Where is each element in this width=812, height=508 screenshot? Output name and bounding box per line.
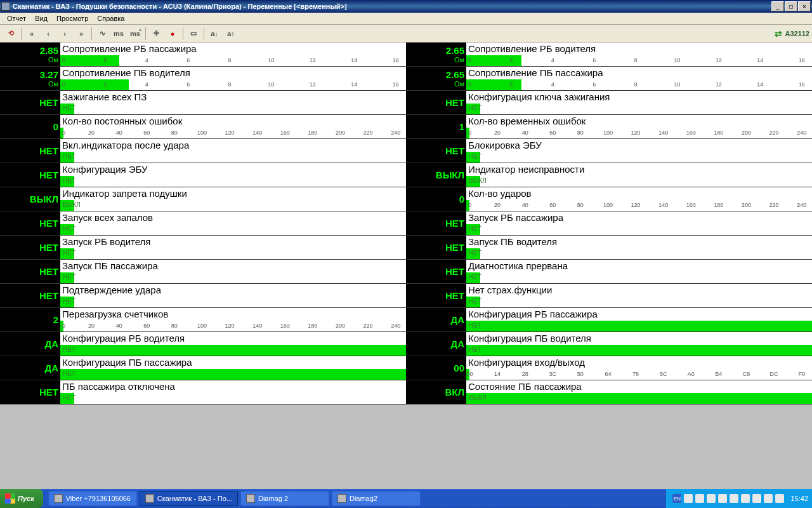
state-text: НЕТ <box>63 225 75 232</box>
variable-chart: НЕТ <box>60 272 406 284</box>
variable-unit: Ом <box>48 81 58 88</box>
menu-browse[interactable]: Просмотр <box>52 13 93 23</box>
column-left: 2.85ОмСопротивление РБ пассажира02468101… <box>0 43 406 404</box>
variable-row[interactable]: НЕТЗапуск РБ пассажираНЕТ <box>406 211 812 236</box>
variable-row[interactable]: 0Кол-во ударов02040608010012014016018020… <box>406 187 812 211</box>
variable-label: Нет страх.функции <box>466 284 812 297</box>
start-button[interactable]: Пуск <box>0 489 43 508</box>
tray-icon[interactable] <box>752 494 761 503</box>
menu-view[interactable]: Вид <box>30 13 52 23</box>
state-text: НЕТ <box>469 153 481 160</box>
variable-row[interactable]: НЕТЗапуск РБ водителяНЕТ <box>0 236 406 260</box>
maximize-button[interactable]: □ <box>785 1 797 11</box>
variable-label: Перезагрузка счетчиков <box>60 308 406 321</box>
variable-chart: НЕТ <box>466 248 812 260</box>
state-text: НЕТ <box>63 274 75 281</box>
variable-row[interactable]: НЕТЗапуск ПБ пассажираНЕТ <box>0 260 406 284</box>
variable-label: Индикатор неисправности <box>466 163 812 176</box>
variable-chart: НЕТ <box>60 104 406 115</box>
variable-chart: НЕТ <box>466 272 812 284</box>
variable-row[interactable]: ДАКонфигурация ПБ водителяНЕТ <box>406 332 812 356</box>
variable-row[interactable]: ДАКонфигурация РБ водителяНЕТ <box>0 332 406 356</box>
toolbar-back-button[interactable]: ⟲ <box>3 27 18 41</box>
toolbar-prev-button[interactable]: ‹ <box>41 27 56 41</box>
taskbar-item-icon <box>145 494 154 503</box>
taskbar-item[interactable]: Сканматик - ВАЗ - По... <box>140 491 238 506</box>
toolbar-sort-down-button[interactable]: a↓ <box>207 27 222 41</box>
variable-row[interactable]: НЕТЗапуск всех запаловНЕТ <box>0 211 406 236</box>
taskbar-item[interactable]: Diamag2 <box>332 491 421 506</box>
variable-label: Блокировка ЭБУ <box>466 139 812 152</box>
tray-icon[interactable] <box>718 494 727 503</box>
variable-chart: 0246810121416 <box>60 55 406 67</box>
variable-chart: НЕТ <box>466 224 812 236</box>
taskbar-item-icon <box>246 494 255 503</box>
variable-row[interactable]: 1Кол-во временных ошибок0204060801001201… <box>406 115 812 139</box>
variable-unit: Ом <box>48 57 58 64</box>
variable-label: Сопротивление ПБ пассажира <box>466 67 812 79</box>
variable-row[interactable]: 2Перезагрузка счетчиков02040608010012014… <box>0 308 406 332</box>
close-button[interactable]: × <box>798 1 811 11</box>
clock[interactable]: 15:42 <box>790 495 808 502</box>
menu-bar: Отчет Вид Просмотр Справка <box>0 13 812 25</box>
variable-row[interactable]: 0Кол-во постоянных ошибок020406080100120… <box>0 115 406 139</box>
toolbar-window-button[interactable]: ▭ <box>186 27 201 41</box>
toolbar-record-button[interactable]: ● <box>165 27 180 41</box>
tray-icon[interactable] <box>707 494 716 503</box>
variable-row[interactable]: НЕТВкл.индикатора после удараНЕТ <box>0 139 406 163</box>
variable-row[interactable]: НЕТЗапуск ПБ водителяНЕТ <box>406 236 812 260</box>
state-text: НЕТ <box>63 298 75 305</box>
toolbar-add-button[interactable]: ✚ <box>148 27 164 41</box>
variable-row[interactable]: НЕТБлокировка ЭБУНЕТ <box>406 139 812 163</box>
variable-label: ПБ пассажира отключена <box>60 380 406 393</box>
variable-row[interactable]: 3.27ОмСопротивление ПБ водителя024681012… <box>0 67 406 91</box>
variable-value: 1 <box>459 122 464 131</box>
column-right: 2.65ОмСопротивление РБ водителя024681012… <box>406 43 812 404</box>
taskbar-item[interactable]: Viber +79136105066 <box>48 491 137 506</box>
tray-icon[interactable] <box>764 494 773 503</box>
tray-icon[interactable] <box>684 494 693 503</box>
variable-value: ДА <box>450 315 464 324</box>
variable-row[interactable]: 00Конфигурация вход/выход0014283C5064788… <box>406 356 812 380</box>
toolbar-next-button[interactable]: › <box>57 27 72 41</box>
variable-row[interactable]: ДАКонфигурация ПБ пассажираНЕТ <box>0 356 406 380</box>
toolbar-msplus-button[interactable]: ms+ <box>128 27 143 41</box>
variable-row[interactable]: ВЫКЛИндикатор неисправностиВЫКЛ <box>406 163 812 187</box>
taskbar-item[interactable]: Diamag 2 <box>240 491 329 506</box>
minimize-button[interactable]: _ <box>771 1 784 11</box>
menu-report[interactable]: Отчет <box>3 13 30 23</box>
variable-row[interactable]: ВКЛСостояние ПБ пассажираВЫКЛ <box>406 380 812 404</box>
state-text: НЕТ <box>469 225 481 232</box>
tray-icon[interactable] <box>695 494 704 503</box>
variable-row[interactable]: 2.85ОмСопротивление РБ пассажира02468101… <box>0 43 406 67</box>
variable-row[interactable]: 2.65ОмСопротивление ПБ пассажира02468101… <box>406 67 812 91</box>
variable-row[interactable]: НЕТПБ пассажира отключенаНЕТ <box>0 380 406 404</box>
variable-row[interactable]: ВЫКЛИндикатор запрета подушкиВЫКЛ <box>0 187 406 211</box>
variable-value: НЕТ <box>445 218 464 228</box>
toolbar-ms-button[interactable]: ms <box>111 27 126 41</box>
start-label: Пуск <box>18 495 34 502</box>
variable-row[interactable]: 2.65ОмСопротивление РБ водителя024681012… <box>406 43 812 67</box>
toolbar-first-button[interactable]: « <box>24 27 39 41</box>
variable-row[interactable]: ДАКонфигурация РБ пассажираНЕТ <box>406 308 812 332</box>
variable-row[interactable]: НЕТКонфигурация ЭБУНЕТ <box>0 163 406 187</box>
variable-row[interactable]: НЕТНет страх.функцииНЕТ <box>406 284 812 308</box>
tray-icon[interactable] <box>730 494 738 503</box>
toolbar-sort-up-button[interactable]: a↑ <box>223 27 239 41</box>
variable-label: Вкл.индикатора после удара <box>60 139 406 152</box>
variable-row[interactable]: НЕТПодтверждение удараНЕТ <box>0 284 406 308</box>
toolbar-last-button[interactable]: » <box>74 27 89 41</box>
lang-indicator[interactable]: EN <box>672 494 681 503</box>
tray-icon[interactable] <box>775 494 784 503</box>
variable-row[interactable]: НЕТДиагностика прерванаНЕТ <box>406 260 812 284</box>
variable-row[interactable]: НЕТКонфигурация ключа зажиганияНЕТ <box>406 91 812 115</box>
menu-help[interactable]: Справка <box>93 13 129 23</box>
toolbar-wave-button[interactable]: ∿ <box>95 27 110 41</box>
tray-icon[interactable] <box>741 494 750 503</box>
variable-value: 0 <box>459 194 464 204</box>
variable-label: Конфигурация РБ пассажира <box>466 308 812 321</box>
variable-label: Кол-во временных ошибок <box>466 115 812 128</box>
variable-chart: НЕТ <box>60 297 406 308</box>
variable-value: ДА <box>44 339 58 349</box>
variable-row[interactable]: НЕТЗажигание всех ПЗНЕТ <box>0 91 406 115</box>
